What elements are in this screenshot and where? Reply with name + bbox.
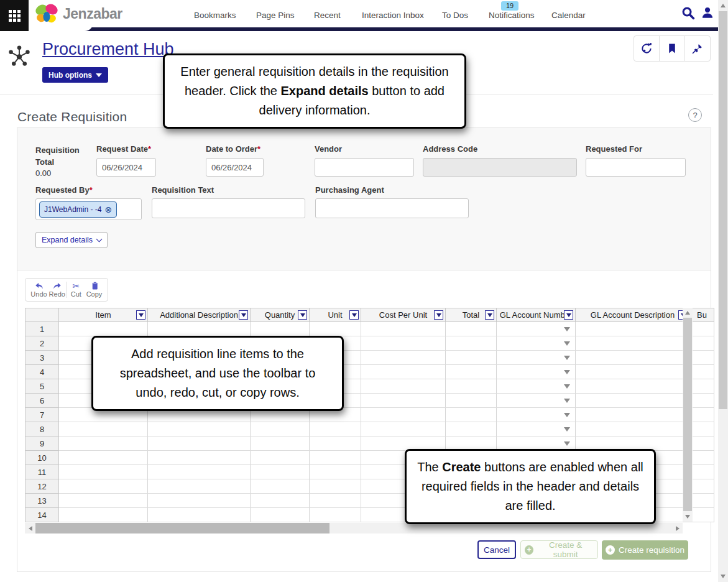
grid-cell[interactable] — [690, 422, 714, 436]
user-profile-icon[interactable] — [701, 6, 714, 21]
create-requisition-button[interactable]: + Create requisition — [602, 540, 688, 560]
row-header[interactable]: 13 — [25, 494, 59, 508]
row-header[interactable]: 2 — [25, 336, 59, 351]
grid-vscroll-thumb[interactable] — [683, 318, 692, 511]
recents-add-button[interactable] — [634, 35, 660, 62]
purchasing-agent-input[interactable] — [315, 198, 469, 218]
nav-calendar[interactable]: Calendar — [551, 11, 586, 20]
expand-details-button[interactable]: Expand details — [35, 232, 108, 248]
undo-button[interactable]: Undo — [30, 281, 48, 298]
grid-cell[interactable] — [251, 451, 310, 465]
hub-title-link[interactable]: Procurement Hub — [42, 40, 174, 59]
row-header[interactable]: 3 — [25, 351, 59, 365]
cut-button[interactable]: ✂ Cut — [67, 281, 85, 298]
hub-options-button[interactable]: Hub options — [42, 67, 108, 83]
row-header[interactable]: 8 — [25, 422, 59, 436]
grid-cell[interactable] — [148, 322, 251, 336]
grid-cell[interactable] — [576, 408, 690, 422]
grid-cell[interactable] — [251, 508, 310, 522]
grid-cell[interactable] — [497, 365, 576, 379]
page-scrollbar-thumb[interactable] — [719, 11, 727, 409]
row-header[interactable]: 14 — [25, 508, 59, 522]
row-header[interactable]: 5 — [25, 379, 59, 394]
grid-cell[interactable] — [361, 322, 446, 336]
grid-cell[interactable] — [361, 422, 446, 436]
create-and-submit-button[interactable]: + Create & submit — [520, 540, 598, 559]
grid-cell[interactable] — [690, 365, 714, 379]
scroll-down-arrow-icon[interactable] — [721, 575, 726, 578]
filter-button[interactable] — [485, 310, 494, 320]
grid-cell[interactable] — [148, 422, 251, 436]
cell-dropdown-icon[interactable] — [564, 413, 570, 417]
requested-for-input[interactable] — [586, 158, 686, 177]
grid-cell[interactable] — [576, 336, 690, 351]
grid-cell[interactable] — [497, 351, 576, 365]
grid-cell[interactable] — [446, 408, 497, 422]
grid-cell[interactable] — [497, 322, 576, 336]
nav-recent[interactable]: Recent — [314, 11, 341, 20]
grid-cell[interactable] — [690, 451, 714, 465]
grid-cell[interactable] — [576, 322, 690, 336]
grid-cell[interactable] — [690, 494, 714, 508]
grid-cell[interactable] — [148, 479, 251, 494]
grid-hscroll-thumb[interactable] — [35, 523, 329, 534]
grid-cell[interactable] — [690, 394, 714, 408]
grid-cell[interactable] — [497, 408, 576, 422]
grid-cell[interactable] — [59, 479, 148, 494]
grid-cell[interactable] — [148, 494, 251, 508]
grid-cell[interactable] — [576, 394, 690, 408]
request-date-input[interactable] — [96, 158, 156, 177]
grid-scroll-left-icon[interactable] — [25, 523, 35, 534]
grid-cell[interactable] — [310, 465, 361, 479]
filter-button[interactable] — [349, 310, 359, 320]
cell-dropdown-icon[interactable] — [564, 356, 570, 360]
grid-cell[interactable] — [497, 422, 576, 436]
grid-cell[interactable] — [690, 379, 714, 394]
grid-cell[interactable] — [497, 336, 576, 351]
grid-cell[interactable] — [361, 379, 446, 394]
grid-cell[interactable] — [59, 436, 148, 451]
grid-cell[interactable] — [310, 436, 361, 451]
grid-scroll-down-icon[interactable] — [685, 515, 690, 519]
grid-cell[interactable] — [690, 322, 714, 336]
cell-dropdown-icon[interactable] — [564, 370, 570, 374]
grid-scroll-right-icon[interactable] — [672, 523, 683, 534]
filter-button[interactable] — [136, 310, 145, 320]
row-header[interactable]: 11 — [25, 465, 59, 479]
nav-page-pins[interactable]: Page Pins — [256, 11, 295, 20]
grid-cell[interactable] — [59, 508, 148, 522]
grid-cell[interactable] — [497, 394, 576, 408]
pin-button[interactable] — [684, 35, 711, 62]
grid-vertical-scrollbar[interactable] — [683, 308, 693, 522]
grid-cell[interactable] — [59, 451, 148, 465]
grid-cell[interactable] — [690, 465, 714, 479]
grid-cell[interactable] — [148, 508, 251, 522]
date-to-order-input[interactable] — [206, 158, 264, 177]
grid-cell[interactable] — [310, 422, 361, 436]
row-header[interactable]: 7 — [25, 408, 59, 422]
row-header[interactable]: 10 — [25, 451, 59, 465]
grid-cell[interactable] — [251, 422, 310, 436]
grid-cell[interactable] — [59, 422, 148, 436]
grid-cell[interactable] — [361, 408, 446, 422]
grid-cell[interactable] — [148, 436, 251, 451]
grid-cell[interactable] — [59, 465, 148, 479]
grid-cell[interactable] — [361, 336, 446, 351]
cell-dropdown-icon[interactable] — [564, 341, 570, 346]
row-header[interactable]: 6 — [25, 394, 59, 408]
grid-cell[interactable] — [361, 394, 446, 408]
filter-button[interactable] — [298, 310, 307, 320]
grid-cell[interactable] — [446, 365, 497, 379]
grid-cell[interactable] — [310, 494, 361, 508]
grid-cell[interactable] — [446, 322, 497, 336]
cell-dropdown-icon[interactable] — [564, 441, 570, 446]
cancel-button[interactable]: Cancel — [477, 540, 516, 559]
help-button[interactable]: ? — [688, 108, 702, 122]
grid-cell[interactable] — [446, 336, 497, 351]
grid-cell[interactable] — [446, 394, 497, 408]
chip-remove-icon[interactable]: ⊗ — [104, 205, 112, 214]
vendor-input[interactable] — [315, 158, 414, 177]
cell-dropdown-icon[interactable] — [564, 399, 570, 403]
grid-horizontal-scrollbar[interactable] — [25, 523, 683, 534]
grid-cell[interactable] — [690, 408, 714, 422]
